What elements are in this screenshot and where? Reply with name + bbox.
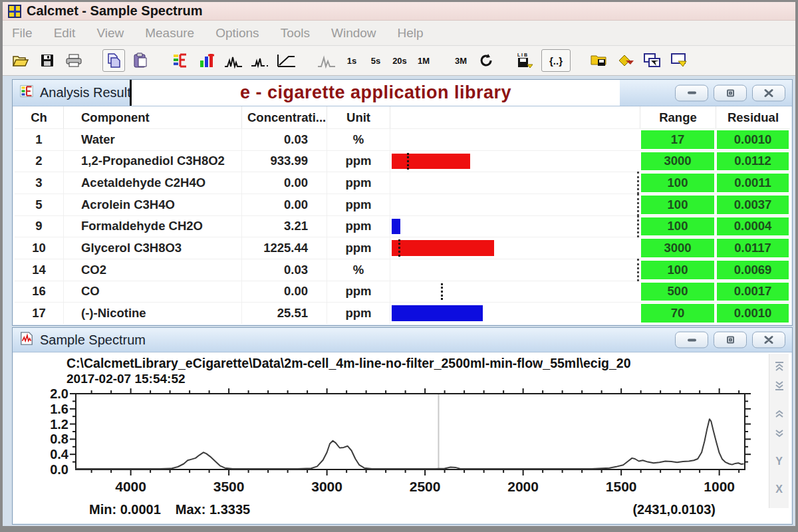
export-library-button[interactable]: [614, 49, 637, 72]
header-unit[interactable]: Unit: [327, 106, 390, 128]
cell-channel: 3: [15, 172, 63, 194]
cell-residual: 0.0011: [716, 172, 790, 194]
analysis-results-button[interactable]: [169, 49, 192, 72]
interval-3m-button[interactable]: 3M: [451, 49, 471, 72]
table-row[interactable]: 10 Glycerol C3H8O3 1225.44 ppm 3000 0.01…: [15, 237, 790, 259]
cell-residual: 0.0037: [716, 194, 790, 215]
cell-unit: ppm: [327, 237, 390, 259]
baseline-view-button[interactable]: [249, 49, 271, 72]
analysis-window-titlebar[interactable]: Analysis Results - e - cigarette applica…: [13, 80, 792, 106]
toolbar-separator: [302, 46, 311, 75]
window-export-icon: [670, 53, 688, 68]
copy-window-button[interactable]: [641, 49, 664, 72]
sample-spectrum-window: Sample Spectrum C:\CalcmetLibrary_eCigar…: [12, 327, 793, 525]
paste-button[interactable]: [129, 49, 152, 72]
scale-down-button[interactable]: [772, 427, 787, 440]
menu-edit[interactable]: Edit: [54, 26, 76, 41]
svg-text:1000: 1000: [704, 479, 735, 494]
cell-component: Glycerol C3H8O3: [63, 237, 241, 259]
baseline-peaks-icon: [251, 53, 269, 68]
formula-editor-button[interactable]: {..}: [541, 49, 571, 72]
menu-window[interactable]: Window: [331, 26, 376, 41]
cell-residual: 0.0010: [716, 129, 790, 150]
save-button[interactable]: [36, 49, 59, 72]
cell-range: 3000: [640, 151, 716, 172]
export-window-button[interactable]: [668, 49, 690, 72]
header-component[interactable]: Component: [63, 106, 241, 128]
table-row[interactable]: 9 Formaldehyde CH2O 3.21 ppm 100 0.0004: [15, 215, 790, 237]
cell-component: Formaldehyde CH2O: [63, 216, 241, 237]
spectrum-view-button[interactable]: [222, 49, 245, 72]
cell-component: CO2: [63, 259, 241, 281]
table-row[interactable]: 3 Acetaldehyde C2H4O 0.00 ppm 100 0.0011: [15, 172, 790, 194]
gray-spectrum-icon: [317, 53, 336, 68]
library-save-button[interactable]: L I B: [515, 49, 537, 72]
cell-concentration: 0.00: [241, 172, 327, 194]
spectrum-minimize-button[interactable]: [675, 332, 708, 348]
table-row[interactable]: 17 (-)-Nicotine 25.51 ppm 70 0.0010: [15, 302, 790, 324]
cell-channel: 2: [15, 151, 63, 172]
spectrum-peaks-icon: [224, 53, 243, 68]
header-residual[interactable]: Residual: [716, 106, 790, 128]
menu-file[interactable]: File: [12, 26, 33, 41]
interval-1m-button[interactable]: 1M: [414, 49, 434, 72]
svg-text:1.6: 1.6: [50, 402, 68, 416]
table-row[interactable]: 2 1,2-Propanediol C3H8O2 933.99 ppm 3000…: [15, 150, 790, 172]
scale-top-button[interactable]: [772, 359, 787, 372]
menu-tools[interactable]: Tools: [281, 26, 310, 41]
analysis-close-button[interactable]: [752, 84, 785, 101]
range-edge-dotted-marker: [637, 172, 639, 194]
svg-text:0.4: 0.4: [50, 447, 69, 462]
analysis-minimize-button[interactable]: [675, 84, 708, 101]
header-channel[interactable]: Ch: [15, 106, 63, 128]
spectrum-close-button[interactable]: [752, 332, 785, 348]
cell-component: (-)-Nicotine: [63, 303, 241, 324]
analysis-restore-button[interactable]: [714, 84, 747, 101]
toolbar-separator: [438, 46, 447, 75]
menu-options[interactable]: Options: [215, 26, 259, 41]
scale-up-button[interactable]: [772, 407, 787, 420]
reference-spectrum-button[interactable]: [315, 49, 338, 72]
table-row[interactable]: 5 Acrolein C3H4O 0.00 ppm 100 0.0037: [15, 194, 790, 215]
menu-help[interactable]: Help: [398, 26, 424, 41]
scale-bottom-button[interactable]: [772, 379, 787, 392]
svg-text:2000: 2000: [507, 479, 539, 494]
cell-residual: 0.0112: [716, 151, 790, 172]
interval-20s-button[interactable]: 20s: [390, 49, 410, 72]
bar-chart-button[interactable]: [196, 49, 218, 72]
table-row[interactable]: 14 CO2 0.03 % 100 0.0069: [15, 259, 790, 281]
library-banner-text: e - cigarette application library: [240, 82, 511, 103]
continuous-measure-button[interactable]: [475, 49, 497, 72]
menu-measure[interactable]: Measure: [145, 26, 194, 41]
trend-view-button[interactable]: [275, 49, 298, 72]
header-range[interactable]: Range: [640, 106, 716, 128]
cell-bar-graph: [390, 194, 640, 215]
spectrum-restore-button[interactable]: [714, 332, 747, 348]
y-axis-button[interactable]: Y: [772, 455, 787, 468]
concentration-bar: [392, 154, 470, 170]
copy-button[interactable]: [102, 49, 125, 72]
header-concentration[interactable]: Concentrati...: [241, 106, 327, 128]
app-titlebar[interactable]: Calcmet - Sample Spectrum: [3, 2, 795, 21]
menu-view[interactable]: View: [96, 26, 124, 41]
print-button[interactable]: [63, 49, 85, 72]
cell-bar-graph: [390, 172, 640, 194]
cell-concentration: 0.03: [241, 259, 327, 281]
app-icon: [8, 5, 21, 18]
table-row[interactable]: 16 CO 0.00 ppm 500 0.0017: [15, 281, 790, 303]
threshold-dotted-marker: [407, 153, 409, 170]
interval-5s-button[interactable]: 5s: [366, 49, 386, 72]
cell-bar-graph: [390, 259, 640, 281]
spectrum-window-titlebar[interactable]: Sample Spectrum: [13, 328, 792, 352]
table-header-row: Ch Component Concentrati... Unit Range R…: [15, 106, 790, 128]
open-file-button[interactable]: [9, 49, 32, 72]
table-row[interactable]: 1 Water 0.03 % 17 0.0010: [15, 128, 790, 150]
cell-unit: ppm: [327, 303, 390, 324]
spectrum-plot[interactable]: 40003500300025002000150010000.00.40.81.2…: [37, 388, 762, 501]
calcmet-application: Calcmet - Sample Spectrum File Edit View…: [3, 2, 795, 526]
threshold-dotted-marker: [441, 283, 443, 301]
range-edge-dotted-marker: [637, 194, 639, 216]
interval-1s-button[interactable]: 1s: [342, 49, 362, 72]
x-axis-button[interactable]: X: [772, 483, 787, 496]
save-results-folder-button[interactable]: [588, 49, 610, 72]
